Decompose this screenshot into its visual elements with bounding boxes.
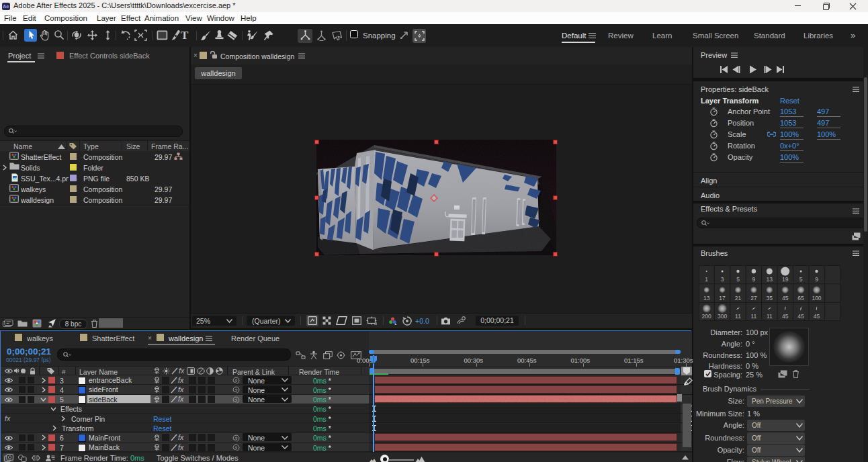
svg-text:100: 100: [812, 295, 821, 302]
svg-text:9: 9: [752, 276, 756, 283]
svg-text:3: 3: [721, 276, 724, 283]
svg-text:45: 45: [797, 313, 804, 320]
svg-text:45: 45: [782, 313, 789, 320]
svg-text:13: 13: [703, 295, 710, 302]
svg-text:45: 45: [782, 295, 789, 302]
svg-text:300: 300: [718, 313, 727, 320]
svg-text:11: 11: [750, 313, 756, 320]
svg-text:11: 11: [767, 313, 773, 320]
svg-text:9: 9: [815, 276, 818, 283]
svg-text:45: 45: [814, 313, 820, 320]
svg-text:13: 13: [767, 276, 773, 283]
svg-text:200: 200: [702, 313, 711, 320]
svg-text:1: 1: [705, 276, 708, 283]
svg-text:5: 5: [736, 276, 740, 283]
svg-text:19: 19: [782, 276, 789, 283]
svg-text:21: 21: [735, 295, 742, 302]
svg-text:11: 11: [735, 313, 741, 320]
svg-text:35: 35: [767, 295, 773, 302]
svg-text:5: 5: [799, 276, 803, 283]
svg-text:65: 65: [797, 295, 804, 302]
svg-text:17: 17: [719, 295, 726, 302]
svg-text:27: 27: [750, 295, 757, 302]
